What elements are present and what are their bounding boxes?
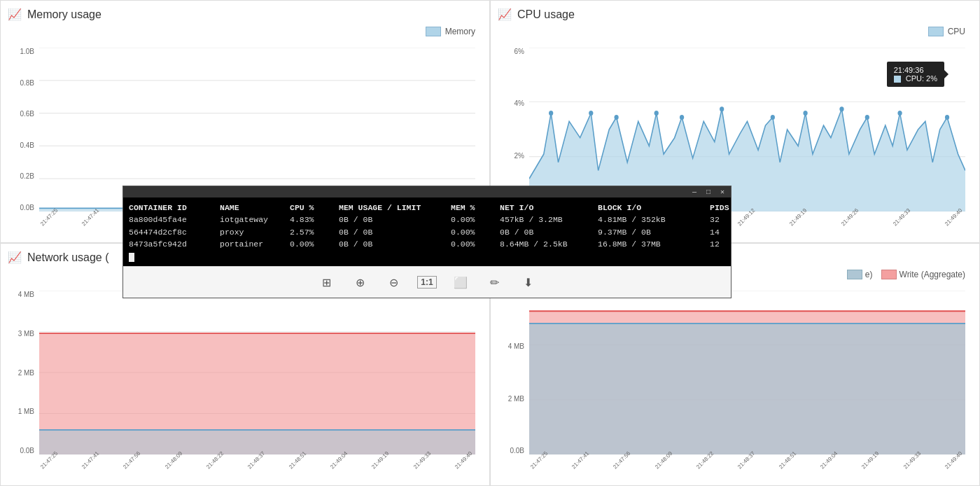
network-svg-canvas	[39, 291, 475, 454]
toolbar-zoom-out-btn[interactable]: ⊖	[384, 272, 403, 292]
memory-legend-box	[426, 27, 441, 36]
row3-mem: 0B / 0B	[339, 238, 451, 250]
terminal-content: CONTAINER ID NAME CPU % MEM USAGE / LIMI…	[123, 197, 731, 266]
toolbar-reset-btn[interactable]: 1:1	[417, 276, 437, 289]
row1-mem: 0B / 0B	[339, 214, 451, 225]
svg-point-12	[549, 111, 553, 116]
network-chart-area: e) Write (Aggregate) 4 MB 3 MB 2 MB 1 MB…	[8, 270, 482, 472]
memory-legend-label: Memory	[445, 27, 475, 36]
cpu-tooltip-color-box	[894, 76, 901, 83]
table-row: 8a800d45fa4e iotgateway 4.83% 0B / 0B 0.…	[129, 214, 725, 225]
cpu-chart-icon: 📈	[498, 8, 512, 21]
block-chart-area: e) Write (Aggregate) 6 MB 4 MB 2 MB 0.0B	[498, 270, 972, 472]
row1-mem-pct: 0.00%	[451, 214, 500, 225]
block-legend-read-box	[847, 270, 862, 279]
cpu-legend-label: CPU	[948, 27, 965, 36]
svg-point-15	[654, 111, 659, 116]
block-svg-canvas	[529, 291, 965, 454]
row1-name: iotgateway	[220, 214, 290, 225]
block-legend-read-label: e)	[865, 270, 873, 279]
terminal-maximize-btn[interactable]: □	[704, 188, 713, 196]
terminal-minimize-btn[interactable]: —	[690, 188, 699, 196]
block-legend-write-box	[881, 270, 897, 279]
svg-point-20	[839, 106, 844, 111]
row1-cpu: 4.83%	[290, 214, 339, 225]
block-legend-write-label: Write (Aggregate)	[899, 270, 965, 279]
toolbar-expand-btn[interactable]: ⬜	[451, 272, 470, 292]
svg-point-19	[803, 111, 807, 116]
network-title-text: Network usage (	[27, 251, 109, 264]
block-x-labels: 21:47:25 21:47:41 21:47:56 21:48:09 21:4…	[529, 466, 965, 472]
row3-cpu: 0.00%	[290, 238, 339, 250]
terminal-col-name: NAME	[220, 202, 290, 214]
terminal-close-btn[interactable]: ✕	[718, 188, 727, 196]
row3-id: 8473a5fc942d	[129, 238, 220, 250]
svg-point-21	[865, 115, 869, 120]
network-chart-icon: 📈	[8, 251, 22, 264]
row2-id: 564474d2cf8c	[129, 226, 220, 238]
row1-id: 8a800d45fa4e	[129, 214, 220, 225]
block-legend-write: Write (Aggregate)	[881, 270, 965, 279]
row3-name: portainer	[220, 238, 290, 250]
cpu-title-text: CPU usage	[517, 8, 575, 21]
terminal-col-net-io: NET I/O	[500, 202, 598, 214]
network-svg	[39, 291, 475, 454]
row1-block: 4.81MB / 352kB	[598, 214, 710, 225]
row1-pids: 32	[710, 214, 745, 225]
row3-block: 16.8MB / 37MB	[598, 238, 710, 250]
table-row: 564474d2cf8c proxy 2.57% 0B / 0B 0.00% 0…	[129, 226, 725, 238]
terminal-titlebar: — □ ✕	[123, 186, 731, 197]
toolbar-zoom-in-btn[interactable]: ⊕	[350, 272, 370, 292]
network-y-labels: 4 MB 3 MB 2 MB 1 MB 0.0B	[8, 291, 37, 454]
memory-y-labels: 1.0B 0.8B 0.6B 0.4B 0.2B 0.0B	[8, 48, 37, 211]
terminal-col-cpu: CPU %	[290, 202, 339, 214]
terminal-cursor-line	[129, 250, 725, 262]
cpu-tooltip-time: 21:49:36	[894, 66, 937, 74]
terminal-toolbar: ⊞ ⊕ ⊖ 1:1 ⬜ ✏ ⬇	[123, 266, 731, 298]
toolbar-grid-btn[interactable]: ⊞	[316, 272, 336, 292]
cpu-tooltip-label: CPU: 2%	[906, 74, 937, 83]
memory-legend: Memory	[426, 27, 475, 36]
row2-mem: 0B / 0B	[339, 226, 451, 238]
terminal-window: — □ ✕ CONTAINER ID NAME CPU % MEM USAGE …	[122, 186, 732, 298]
network-x-labels: 21:47:25 21:47:41 21:47:56 21:48:09 21:4…	[39, 466, 475, 472]
row2-name: proxy	[220, 226, 290, 238]
row3-net: 8.64MB / 2.5kB	[500, 238, 598, 250]
block-y-labels: 6 MB 4 MB 2 MB 0.0B	[498, 291, 527, 454]
terminal-col-block-io: BLOCK I/O	[598, 202, 710, 214]
row2-cpu: 2.57%	[290, 226, 339, 238]
toolbar-download-btn[interactable]: ⬇	[518, 272, 538, 292]
terminal-col-pids: PIDS	[710, 202, 745, 214]
terminal-col-mem-usage: MEM USAGE / LIMIT	[339, 202, 451, 214]
toolbar-edit-btn[interactable]: ✏	[484, 272, 504, 292]
terminal-header: CONTAINER ID NAME CPU % MEM USAGE / LIMI…	[129, 202, 725, 214]
svg-point-16	[680, 115, 684, 120]
row2-pids: 14	[710, 226, 745, 238]
block-legend: e) Write (Aggregate)	[847, 270, 965, 279]
memory-title-text: Memory usage	[27, 8, 102, 21]
cpu-title: 📈 CPU usage	[498, 8, 972, 21]
block-legend-read: e)	[847, 270, 873, 279]
svg-point-13	[589, 111, 593, 116]
cpu-legend-box	[928, 27, 944, 36]
svg-marker-36	[529, 324, 965, 454]
row1-net: 457kB / 3.2MB	[500, 214, 598, 225]
cpu-tooltip-value: CPU: 2%	[894, 74, 937, 83]
row2-block: 9.37MB / 0B	[598, 226, 710, 238]
cpu-tooltip: 21:49:36 CPU: 2%	[887, 62, 944, 87]
row3-mem-pct: 0.00%	[451, 238, 500, 250]
memory-title: 📈 Memory usage	[8, 8, 482, 21]
row3-pids: 12	[710, 238, 745, 250]
terminal-col-mem-pct: MEM %	[451, 202, 500, 214]
terminal-cursor	[129, 253, 134, 262]
svg-point-14	[614, 115, 618, 120]
row2-net: 0B / 0B	[500, 226, 598, 238]
svg-point-23	[945, 115, 949, 120]
svg-point-17	[720, 106, 724, 111]
cpu-legend: CPU	[928, 27, 965, 36]
terminal-col-container-id: CONTAINER ID	[129, 202, 220, 214]
block-svg	[529, 291, 965, 454]
svg-point-22	[897, 111, 902, 116]
table-row: 8473a5fc942d portainer 0.00% 0B / 0B 0.0…	[129, 238, 725, 250]
svg-marker-30	[39, 430, 475, 454]
